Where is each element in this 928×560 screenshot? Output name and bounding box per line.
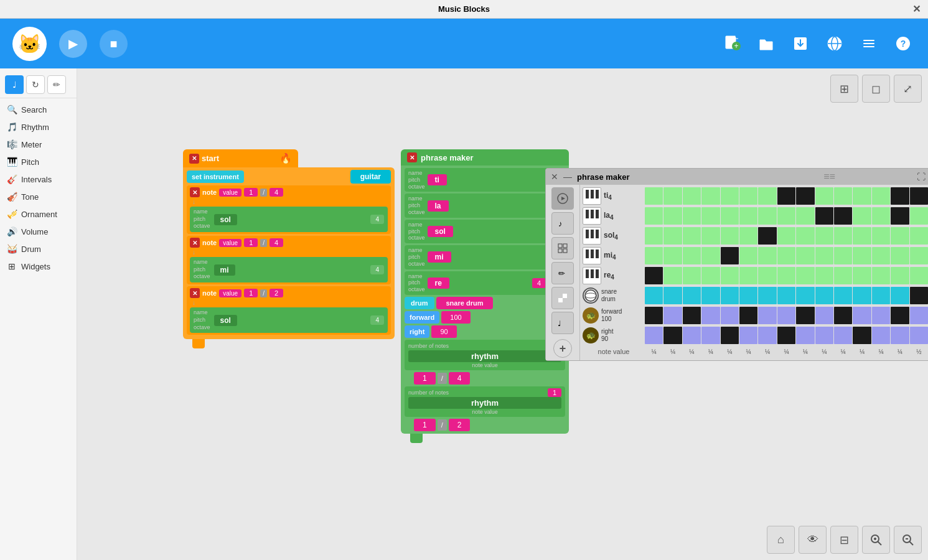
grid-cell[interactable]: [777, 187, 795, 205]
grid-cell[interactable]: [910, 187, 928, 205]
note3-val1[interactable]: 1: [244, 289, 258, 297]
grid-cell[interactable]: [739, 187, 757, 205]
note3-octave-val[interactable]: 4: [370, 315, 384, 325]
grid-cell[interactable]: [834, 227, 852, 245]
home-button[interactable]: ⌂: [767, 526, 795, 554]
edit-icon-btn[interactable]: ✏: [47, 75, 66, 94]
grid-cell[interactable]: [721, 267, 739, 284]
phrase-mi-note[interactable]: mi: [428, 251, 451, 263]
phrase-re-note[interactable]: re: [428, 278, 449, 289]
grid-cell[interactable]: [853, 207, 871, 225]
grid-cell[interactable]: [777, 207, 795, 225]
grid-cell[interactable]: [758, 247, 776, 264]
right-block[interactable]: right: [405, 325, 429, 338]
play-widget-button[interactable]: [551, 187, 574, 210]
grid-cell[interactable]: [663, 267, 682, 284]
grid-cell[interactable]: [815, 267, 833, 284]
stop-button[interactable]: ■: [100, 30, 128, 58]
grid-cell[interactable]: [834, 287, 852, 304]
grid-cell[interactable]: [701, 227, 719, 245]
grid-cell[interactable]: [683, 187, 701, 205]
forward-block[interactable]: forward: [405, 311, 439, 324]
note1-pitch-val[interactable]: sol: [214, 214, 237, 225]
grid-cell[interactable]: [663, 307, 682, 324]
grid-cell[interactable]: [910, 327, 928, 344]
grid-cell[interactable]: [739, 307, 757, 324]
grid-cell[interactable]: [758, 327, 776, 344]
grid-cell[interactable]: [645, 287, 663, 304]
grid-cell[interactable]: [777, 227, 795, 245]
save-button[interactable]: [788, 31, 813, 56]
grid-cell[interactable]: [663, 327, 682, 344]
close-button[interactable]: ✕: [912, 3, 921, 15]
grid-cell[interactable]: [739, 207, 757, 225]
add-row-button[interactable]: +: [553, 339, 572, 358]
grid-toggle-button[interactable]: ⊟: [830, 526, 858, 554]
grid-cell[interactable]: [910, 247, 928, 264]
grid-cell[interactable]: [758, 307, 776, 324]
widget-minimize-button[interactable]: —: [563, 172, 572, 182]
rhythm2-v1[interactable]: 1: [414, 419, 436, 431]
grid-cell[interactable]: [701, 187, 719, 205]
checker-widget-button[interactable]: [551, 287, 574, 309]
grid-cell[interactable]: [739, 227, 757, 245]
grid-cell[interactable]: [872, 227, 890, 245]
grid-cell[interactable]: [683, 247, 701, 264]
grid-cell[interactable]: [910, 227, 928, 245]
note1-close[interactable]: ✕: [190, 187, 200, 197]
expand-button[interactable]: ⤢: [894, 75, 922, 103]
grid-cell[interactable]: [777, 307, 795, 324]
rhythm1-v2[interactable]: 4: [449, 372, 471, 385]
grid-cell[interactable]: [758, 227, 776, 245]
grid-cell[interactable]: [815, 187, 833, 205]
sidebar-item-search[interactable]: 🔍 Search: [0, 101, 77, 118]
grid-cell[interactable]: [796, 267, 814, 284]
grid-cell[interactable]: [663, 187, 682, 205]
grid-cell[interactable]: [721, 327, 739, 344]
grid-cell[interactable]: [796, 327, 814, 344]
grid-cell[interactable]: [910, 307, 928, 324]
grid-cell[interactable]: [834, 327, 852, 344]
grid-cell[interactable]: [701, 307, 719, 324]
grid-cell[interactable]: [739, 327, 757, 344]
grid-cell[interactable]: [872, 287, 890, 304]
rhythm2-num[interactable]: 1: [548, 388, 561, 397]
phrase-close-icon[interactable]: ✕: [407, 152, 417, 162]
note1-val1[interactable]: 1: [244, 188, 258, 197]
grid-cell[interactable]: [645, 227, 663, 245]
sidebar-item-ornament[interactable]: 🎺 Ornament: [0, 205, 77, 223]
grid-widget-button[interactable]: [551, 237, 574, 259]
grid-cell[interactable]: [721, 187, 739, 205]
note2-octave-val[interactable]: 4: [370, 265, 384, 274]
grid-cell[interactable]: [910, 207, 928, 225]
sidebar-item-drum[interactable]: 🥁 Drum: [0, 240, 77, 258]
grid-cell[interactable]: [815, 307, 833, 324]
grid-cell[interactable]: [796, 287, 814, 304]
note2-val1[interactable]: 1: [244, 238, 258, 247]
zoom-in-button[interactable]: [862, 526, 890, 554]
grid-cell[interactable]: [721, 247, 739, 264]
grid-cell[interactable]: [872, 247, 890, 264]
grid-cell[interactable]: [796, 187, 814, 205]
grid-cell[interactable]: [815, 227, 833, 245]
grid-cell[interactable]: [645, 247, 663, 264]
grid-cell[interactable]: [891, 247, 909, 264]
note2-close[interactable]: ✕: [190, 238, 200, 248]
widget-drag-handle[interactable]: ≡≡: [747, 171, 912, 182]
grid-cell[interactable]: [891, 307, 909, 324]
widget-expand-button[interactable]: ⛶: [917, 172, 926, 182]
grid-cell[interactable]: [663, 247, 682, 264]
grid-cell[interactable]: [853, 267, 871, 284]
grid-cell[interactable]: [645, 307, 663, 324]
grid-cell[interactable]: [815, 287, 833, 304]
right-val[interactable]: 90: [431, 325, 456, 338]
sidebar-item-volume[interactable]: 🔊 Volume: [0, 223, 77, 240]
eraser-button[interactable]: ◻: [862, 75, 890, 103]
grid-cell[interactable]: [872, 327, 890, 344]
grid-cell[interactable]: [701, 247, 719, 264]
grid-cell[interactable]: [758, 267, 776, 284]
grid-cell[interactable]: [853, 187, 871, 205]
grid-cell[interactable]: [815, 247, 833, 264]
grid-cell[interactable]: [777, 287, 795, 304]
note1-octave-val[interactable]: 4: [370, 215, 384, 224]
